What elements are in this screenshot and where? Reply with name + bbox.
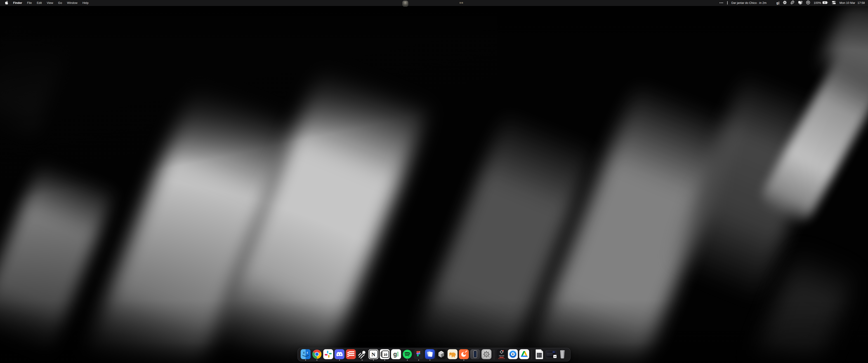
menu-bar-status: Dar jantar do Chico · in 2m g 100% Mon 1… — [719, 0, 865, 6]
running-indicator — [407, 360, 408, 361]
three-bars-icon[interactable] — [460, 2, 463, 4]
desktop-wallpaper — [0, 0, 868, 363]
dock-item-document-file[interactable] — [534, 348, 544, 361]
apple-logo-icon — [5, 1, 8, 5]
svg-text:raycast: raycast — [499, 355, 504, 357]
battery-charging-icon — [822, 1, 828, 5]
running-indicator — [316, 360, 317, 361]
calendar-event-item[interactable]: Dar jantar do Chico · in 2m — [731, 1, 766, 4]
dock-item-linear[interactable] — [357, 348, 367, 361]
menu-bar-clock[interactable]: Mon 10 Mar 17:58 — [839, 1, 865, 4]
display-icon[interactable] — [798, 1, 802, 5]
dock-item-minimized-window[interactable]: 10 — [546, 348, 556, 361]
slack-icon — [323, 349, 333, 359]
raycast-icon: raycast — [497, 349, 506, 359]
svg-text:N: N — [371, 352, 375, 357]
menu-file[interactable]: File — [25, 0, 34, 6]
notion-calendar-badge-icon: 10 — [553, 355, 557, 358]
dock-item-discord[interactable] — [335, 348, 344, 361]
dock-item-finder[interactable] — [301, 348, 311, 361]
chrome-icon — [312, 349, 322, 359]
dock-item-google-drive[interactable] — [519, 348, 529, 361]
document-file-icon — [534, 349, 544, 359]
menu-bar-avatar-icon[interactable] — [402, 1, 408, 6]
dock-item-chrome[interactable] — [312, 348, 322, 361]
dock-item-notion-calendar[interactable]: 10 — [380, 348, 390, 361]
clock-date: Mon 10 Mar — [839, 1, 855, 4]
status-separator — [727, 1, 728, 4]
onepassword-icon[interactable] — [806, 0, 810, 5]
menu-bar-left: Finder File Edit View Go Window Help — [2, 0, 91, 6]
dock-item-system-settings[interactable] — [482, 348, 491, 361]
clock-time: 17:58 — [857, 1, 865, 4]
menu-view[interactable]: View — [44, 0, 56, 6]
menu-go[interactable]: Go — [56, 0, 64, 6]
grammarly-glyph: g — [776, 1, 778, 5]
dock: N 10 g — [298, 348, 570, 361]
finder-icon — [301, 349, 311, 359]
spotify-icon — [402, 349, 412, 359]
minimized-window-thumbnail: 10 — [546, 349, 556, 359]
running-indicator — [384, 360, 385, 361]
dock-item-trash[interactable] — [557, 348, 567, 361]
dock-item-iphone-mirroring[interactable] — [470, 348, 480, 361]
app-menu-finder[interactable]: Finder — [11, 0, 25, 6]
battery-status[interactable]: 100% — [814, 1, 828, 5]
svg-text:10: 10 — [383, 353, 388, 357]
wallpaper-vignette — [0, 0, 868, 363]
running-indicator — [339, 360, 340, 361]
system-settings-icon — [482, 349, 491, 359]
running-indicator — [373, 360, 374, 361]
plectrum-shape-icon[interactable] — [790, 0, 795, 5]
google-drive-icon — [519, 349, 529, 359]
running-indicator — [463, 360, 464, 361]
notion-calendar-icon: 10 — [380, 349, 390, 359]
dock-item-slack[interactable] — [323, 348, 333, 361]
control-center-icon[interactable] — [832, 1, 836, 5]
cube-3d-icon — [436, 349, 446, 359]
flower-asterisk-icon[interactable] — [783, 0, 787, 5]
menu-help[interactable]: Help — [80, 0, 91, 6]
dock-item-elephant-db-app[interactable] — [447, 348, 458, 361]
overflow-ellipsis-icon[interactable] — [719, 2, 723, 3]
elephant-icon — [447, 349, 458, 359]
running-indicator — [305, 360, 306, 361]
dock-item-spotify[interactable] — [402, 348, 412, 361]
dock-item-grammarly[interactable]: g — [391, 348, 401, 361]
apple-menu[interactable] — [2, 0, 11, 6]
postman-icon — [459, 349, 469, 359]
menu-edit[interactable]: Edit — [34, 0, 44, 6]
dock-item-1password[interactable] — [508, 348, 518, 361]
dock-item-blue-cards-app[interactable] — [425, 348, 435, 361]
menu-bar: Finder File Edit View Go Window Help Dar… — [0, 0, 868, 6]
dock-item-figma[interactable] — [414, 348, 424, 361]
dock-item-cube-3d-app[interactable] — [436, 348, 446, 361]
iphone-mirroring-icon — [470, 349, 480, 359]
dock-item-postman[interactable] — [459, 348, 469, 361]
grammarly-dock-icon: g — [391, 349, 401, 359]
todoist-icon — [346, 349, 356, 359]
discord-icon — [335, 349, 344, 359]
linear-icon — [357, 349, 367, 359]
trash-icon — [557, 349, 567, 359]
dock-item-notion[interactable]: N — [368, 348, 378, 361]
1password-dock-icon — [508, 349, 518, 359]
running-indicator — [418, 360, 419, 361]
dock-item-raycast[interactable]: raycast — [497, 348, 506, 361]
dock-item-todoist[interactable] — [346, 348, 356, 361]
grammarly-icon[interactable]: g — [776, 1, 779, 5]
running-indicator — [362, 360, 363, 361]
svg-text:g: g — [393, 351, 397, 358]
running-indicator — [430, 360, 430, 361]
notion-icon: N — [368, 349, 378, 359]
battery-percent: 100% — [814, 1, 821, 4]
figma-icon — [414, 349, 424, 359]
menu-window[interactable]: Window — [64, 0, 80, 6]
overlapping-cards-icon — [425, 349, 435, 359]
